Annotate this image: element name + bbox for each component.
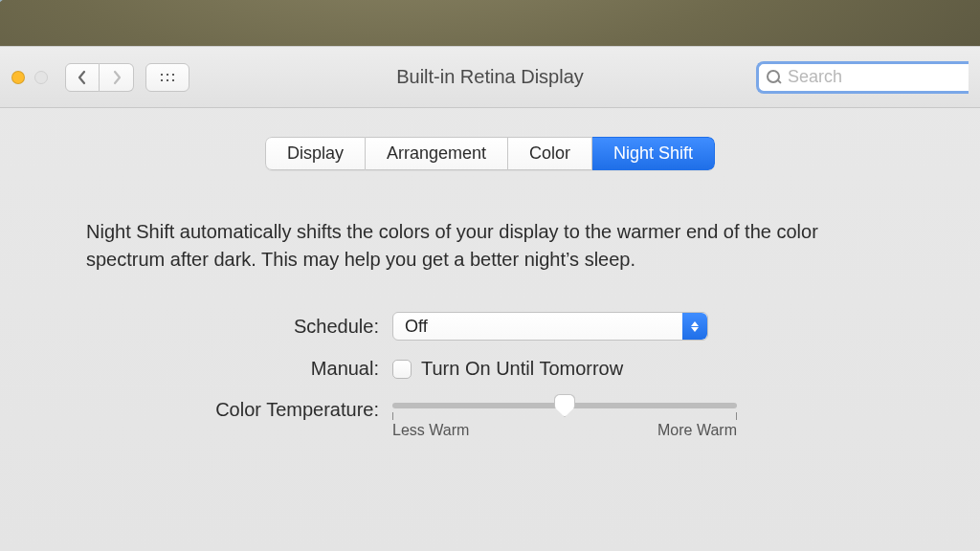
search-input[interactable] [788,67,961,87]
color-temp-slider[interactable]: Less Warm More Warm [392,397,737,439]
manual-row: Manual: Turn On Until Tomorrow [57,358,923,380]
back-button[interactable] [65,63,100,92]
slider-thumb[interactable] [554,394,575,417]
manual-checkbox-label: Turn On Until Tomorrow [421,358,623,380]
traffic-light-close[interactable] [11,71,25,84]
select-caret-icon [682,313,707,340]
manual-label: Manual: [57,358,392,380]
night-shift-description: Night Shift automatically shifts the col… [86,218,894,274]
slider-track [392,403,737,408]
tab-display[interactable]: Display [265,137,366,170]
tab-bar: Display Arrangement Color Night Shift [265,137,715,170]
slider-tick-max [736,412,737,420]
tab-color[interactable]: Color [508,137,592,170]
search-icon [767,70,782,85]
tab-night-shift[interactable]: Night Shift [592,137,715,170]
content-area: Display Arrangement Color Night Shift Ni… [0,108,980,439]
schedule-label: Schedule: [57,316,392,338]
window-controls [11,71,48,84]
slider-max-label: More Warm [657,422,737,439]
chevron-right-icon [111,70,122,85]
search-field[interactable] [756,61,969,94]
nav-buttons [65,63,134,92]
color-temp-label: Color Temperature: [57,397,392,421]
slider-labels: Less Warm More Warm [392,422,737,439]
schedule-value: Off [393,317,428,337]
manual-checkbox[interactable] [392,360,412,379]
show-all-button[interactable] [145,63,189,92]
preferences-window: Built-in Retina Display Display Arrangem… [0,46,980,551]
slider-tick-min [392,412,393,420]
chevron-left-icon [77,70,88,85]
desktop-wallpaper [0,0,980,46]
window-toolbar: Built-in Retina Display [0,47,980,108]
traffic-light-minimize[interactable] [34,71,48,84]
color-temp-row: Color Temperature: Less Warm More Warm [57,397,923,439]
tab-arrangement[interactable]: Arrangement [366,137,508,170]
schedule-select[interactable]: Off [392,312,708,341]
slider-min-label: Less Warm [392,422,469,439]
schedule-row: Schedule: Off [57,312,923,341]
forward-button[interactable] [100,63,134,92]
grid-icon [159,72,176,83]
